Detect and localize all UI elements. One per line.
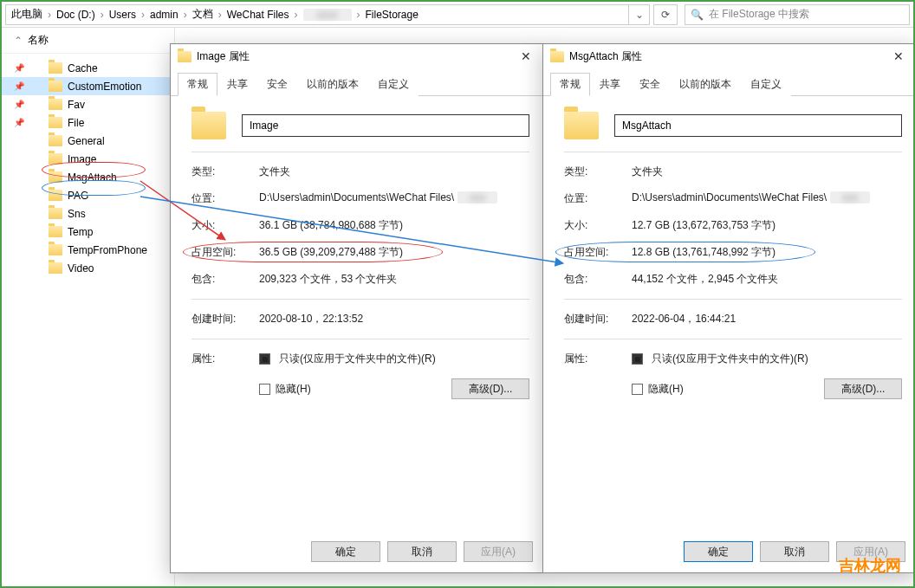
breadcrumb-part[interactable]: 文档 xyxy=(192,7,213,22)
value-disk: 12.8 GB (13,761,748,992 字节) xyxy=(632,245,902,260)
tree-item-label: General xyxy=(68,135,105,147)
folder-icon xyxy=(178,51,191,62)
pin-icon: 📌 xyxy=(14,118,23,127)
tree-item[interactable]: Sns xyxy=(2,204,174,223)
dialog-tab[interactable]: 以前的版本 xyxy=(297,73,368,96)
dialog-tab[interactable]: 常规 xyxy=(178,73,217,96)
folder-icon xyxy=(49,262,62,274)
value-location: D:\Users\admin\Documents\WeChat Files\xx… xyxy=(259,191,529,204)
label-contains: 包含: xyxy=(564,272,632,287)
value-size: 12.7 GB (13,672,763,753 字节) xyxy=(632,218,902,233)
pin-icon: 📌 xyxy=(14,81,23,91)
tree-item-label: File xyxy=(68,117,84,129)
folder-tree: ⌃ 名称 📌Cache📌CustomEmotion📌Fav📌FileGenera… xyxy=(2,28,175,586)
value-contains: 44,152 个文件，2,945 个文件夹 xyxy=(632,272,902,287)
breadcrumb-part[interactable]: WeChat Files xyxy=(227,9,289,21)
breadcrumb-part[interactable]: Doc (D:) xyxy=(56,9,95,21)
advanced-button[interactable]: 高级(D)... xyxy=(824,378,902,399)
tree-item[interactable]: Temp xyxy=(2,223,174,241)
advanced-button[interactable]: 高级(D)... xyxy=(451,378,529,399)
value-size: 36.1 GB (38,784,980,688 字节) xyxy=(259,218,529,233)
tree-item-label: Sns xyxy=(68,208,86,220)
dialog-tab[interactable]: 安全 xyxy=(630,73,670,96)
tree-item-label: Fav xyxy=(68,99,85,111)
search-placeholder: 在 FileStorage 中搜索 xyxy=(709,7,809,22)
tree-item[interactable]: 📌Cache xyxy=(2,59,174,77)
tree-item[interactable]: MsgAttach xyxy=(2,168,174,186)
ok-button[interactable]: 确定 xyxy=(684,541,753,562)
dialog-tabs: 常规共享安全以前的版本自定义 xyxy=(171,68,543,96)
tree-item[interactable]: 📌Fav xyxy=(2,95,174,113)
dialog-titlebar[interactable]: Image 属性✕ xyxy=(171,44,543,68)
dialog-tab[interactable]: 以前的版本 xyxy=(670,73,741,96)
sort-caret-icon: ⌃ xyxy=(14,35,28,47)
ok-button[interactable]: 确定 xyxy=(311,541,380,562)
readonly-checkbox[interactable]: ■ xyxy=(259,353,270,365)
pin-icon: 📌 xyxy=(14,100,23,109)
tree-item[interactable]: General xyxy=(2,132,174,150)
chevron-right-icon: › xyxy=(352,9,366,21)
cancel-button[interactable]: 取消 xyxy=(760,541,829,562)
folder-icon xyxy=(49,244,62,255)
address-dropdown-icon[interactable]: ⌄ xyxy=(629,4,650,25)
tree-item[interactable]: TempFromPhone xyxy=(2,241,174,259)
breadcrumb-part[interactable]: Users xyxy=(109,9,136,21)
dialog-tab[interactable]: 共享 xyxy=(217,73,257,96)
refresh-button[interactable]: ⟳ xyxy=(653,4,678,25)
tree-item[interactable]: Image xyxy=(2,150,174,168)
value-type: 文件夹 xyxy=(632,165,902,179)
breadcrumb-root[interactable]: 此电脑 xyxy=(11,7,42,22)
search-input[interactable]: 🔍 在 FileStorage 中搜索 xyxy=(685,4,910,25)
breadcrumb-part[interactable]: FileStorage xyxy=(366,9,419,21)
hidden-checkbox[interactable] xyxy=(259,384,270,395)
chevron-right-icon: › xyxy=(95,9,109,21)
folder-icon xyxy=(49,226,62,237)
breadcrumb[interactable]: 此电脑 › Doc (D:) › Users › admin › 文档 › We… xyxy=(5,4,629,25)
value-created: 2022-06-04，16:44:21 xyxy=(632,312,902,326)
dialog-tab[interactable]: 共享 xyxy=(590,73,630,96)
dialog-tab[interactable]: 安全 xyxy=(257,73,297,96)
readonly-checkbox[interactable]: ■ xyxy=(632,353,643,365)
label-location: 位置: xyxy=(191,191,259,206)
dialog-tab[interactable]: 自定义 xyxy=(368,73,419,96)
folder-icon xyxy=(49,99,62,110)
chevron-right-icon: › xyxy=(42,9,56,21)
tree-item-label: TempFromPhone xyxy=(68,244,147,256)
close-icon[interactable]: ✕ xyxy=(516,49,536,63)
search-icon: 🔍 xyxy=(691,9,704,21)
cancel-button[interactable]: 取消 xyxy=(387,541,457,562)
breadcrumb-part-blurred[interactable]: xxxx xyxy=(303,9,352,21)
tree-item-label: Image xyxy=(68,153,96,165)
tree-item[interactable]: 📌File xyxy=(2,113,174,132)
chevron-right-icon: › xyxy=(178,9,192,21)
tree-item[interactable]: Video xyxy=(2,259,174,277)
label-type: 类型: xyxy=(191,165,259,179)
dialog-titlebar[interactable]: MsgAttach 属性✕ xyxy=(543,44,915,68)
folder-name-field[interactable]: MsgAttach xyxy=(614,114,902,137)
close-icon[interactable]: ✕ xyxy=(888,49,909,63)
hidden-label: 隐藏(H) xyxy=(648,382,684,397)
chevron-right-icon: › xyxy=(289,9,303,21)
breadcrumb-part[interactable]: admin xyxy=(150,9,178,21)
label-size: 大小: xyxy=(564,218,632,233)
tree-item-label: PAG xyxy=(68,190,88,202)
tree-item-label: MsgAttach xyxy=(68,171,117,184)
tree-item[interactable]: PAG xyxy=(2,186,174,204)
label-contains: 包含: xyxy=(191,272,259,287)
hidden-checkbox[interactable] xyxy=(632,384,643,395)
address-bar: 此电脑 › Doc (D:) › Users › admin › 文档 › We… xyxy=(2,2,913,28)
apply-button[interactable]: 应用(A) xyxy=(464,541,533,562)
folder-icon xyxy=(49,171,62,183)
tree-item[interactable]: 📌CustomEmotion xyxy=(2,77,174,95)
value-created: 2020-08-10，22:13:52 xyxy=(259,312,529,326)
dialog-tab[interactable]: 常规 xyxy=(550,73,590,96)
tree-item-label: Cache xyxy=(68,62,98,74)
hidden-label: 隐藏(H) xyxy=(276,382,311,397)
tree-item-label: CustomEmotion xyxy=(68,81,141,93)
dialog-tab[interactable]: 自定义 xyxy=(741,73,791,96)
tree-header[interactable]: ⌃ 名称 xyxy=(2,28,174,54)
dialog-body: Image类型:文件夹位置:D:\Users\admin\Documents\W… xyxy=(171,96,543,534)
folder-name-field[interactable]: Image xyxy=(242,114,529,137)
folder-icon xyxy=(550,51,564,62)
watermark: 吉林龙网 xyxy=(839,555,901,576)
